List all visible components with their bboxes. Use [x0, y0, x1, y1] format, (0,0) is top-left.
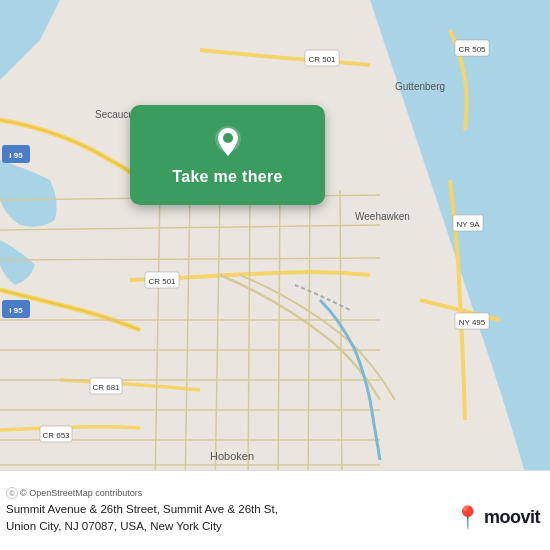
svg-text:CR 505: CR 505: [458, 45, 486, 54]
address-text: Summit Avenue & 26th Street, Summit Ave …: [6, 501, 454, 533]
svg-text:I 95: I 95: [9, 151, 23, 160]
svg-text:NY 9A: NY 9A: [457, 220, 481, 229]
map-svg: I 95 I 95 CR 501 CR 505 CR 501 NY 9A NY …: [0, 0, 550, 490]
svg-text:NY 495: NY 495: [459, 318, 486, 327]
moovit-brand-text: moovit: [484, 507, 540, 528]
take-me-there-label: Take me there: [172, 168, 282, 186]
svg-text:Guttenberg: Guttenberg: [395, 81, 445, 92]
svg-text:I 95: I 95: [9, 306, 23, 315]
svg-text:CR 653: CR 653: [42, 431, 70, 440]
take-me-there-card[interactable]: Take me there: [130, 105, 325, 205]
osm-credit-text: © OpenStreetMap contributors: [20, 488, 142, 498]
address-row: Summit Avenue & 26th Street, Summit Ave …: [6, 501, 540, 533]
svg-point-40: [223, 133, 233, 143]
svg-text:CR 681: CR 681: [92, 383, 120, 392]
osm-credit: © © OpenStreetMap contributors: [6, 487, 540, 499]
svg-text:CR 501: CR 501: [148, 277, 176, 286]
svg-text:CR 501: CR 501: [308, 55, 336, 64]
map-view: I 95 I 95 CR 501 CR 505 CR 501 NY 9A NY …: [0, 0, 550, 490]
svg-text:Hoboken: Hoboken: [210, 450, 254, 462]
address-line1: Summit Avenue & 26th Street, Summit Ave …: [6, 503, 278, 515]
address-line2: Union City, NJ 07087, USA, New York City: [6, 520, 222, 532]
moovit-pin-icon: 📍: [454, 507, 481, 529]
info-bar: © © OpenStreetMap contributors Summit Av…: [0, 470, 550, 550]
svg-text:Weehawken: Weehawken: [355, 211, 410, 222]
moovit-logo: 📍 moovit: [454, 507, 540, 529]
osm-logo: ©: [6, 487, 18, 499]
location-pin-icon: [210, 124, 246, 160]
